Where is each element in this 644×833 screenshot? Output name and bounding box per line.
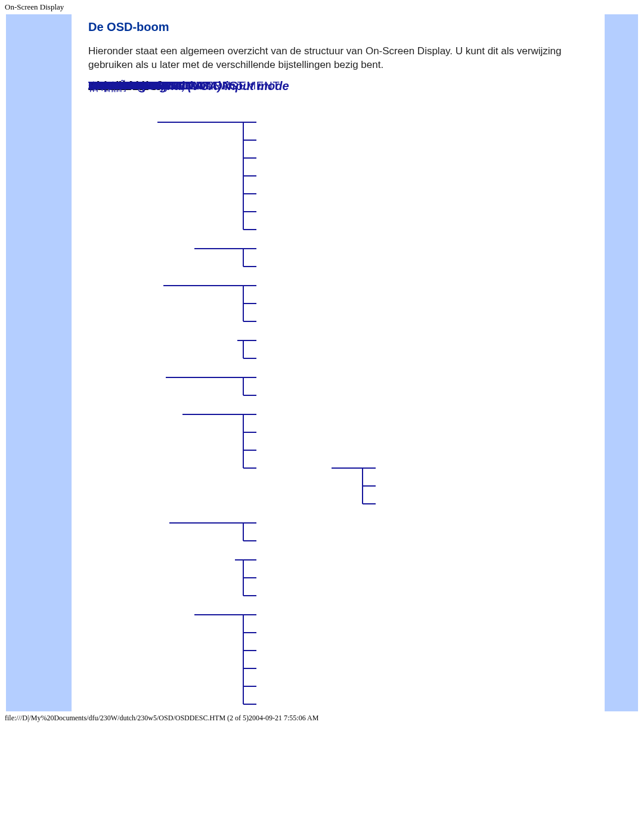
- intro-paragraph: Hieronder staat een algemeen overzicht v…: [88, 45, 588, 72]
- left-band: [6, 14, 72, 711]
- content-area: De OSD-boom Hieronder staat een algemeen…: [72, 14, 605, 711]
- page-footer-text: file:///D|/My%20Documents/dfu/230W/dutch…: [0, 711, 644, 726]
- section-heading: De OSD-boom: [88, 20, 588, 34]
- osd-tree-diagram: PC analog signal (VGA) input mode First …: [88, 79, 553, 711]
- tree-connectors: [88, 79, 553, 711]
- content-row: De OSD-boom Hieronder staat een algemeen…: [6, 14, 638, 711]
- page-outer: De OSD-boom Hieronder staat een algemeen…: [0, 14, 644, 711]
- second-is-5: HDTV: [88, 79, 120, 92]
- page-header-text: On-Screen Display: [0, 0, 644, 14]
- right-band: [605, 14, 638, 711]
